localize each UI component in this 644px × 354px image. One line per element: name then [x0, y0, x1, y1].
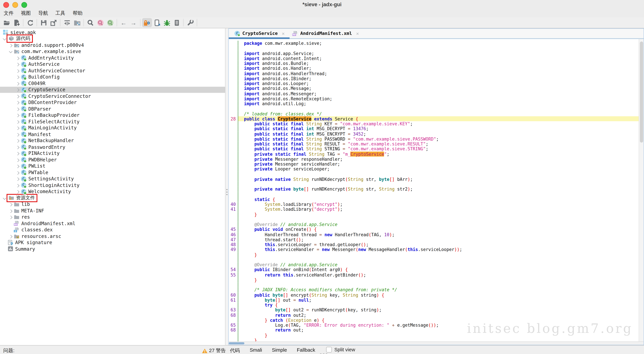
tree-item-APK signature[interactable]: APK signature [0, 239, 225, 246]
expand-horizontal-button[interactable] [62, 18, 72, 27]
chevron-right-icon[interactable] [15, 145, 20, 149]
open-file-button[interactable] [2, 18, 12, 27]
maximize-window-button[interactable] [21, 2, 27, 8]
tree-item-PasswordEntry[interactable]: CPasswordEntry [0, 144, 225, 150]
tree-item-CryptoServiceConnector[interactable]: CCryptoServiceConnector [0, 93, 225, 99]
deobfuscation-toggle-button[interactable] [142, 18, 152, 27]
class-search-button[interactable] [95, 18, 105, 27]
tree-item-com.mwr.example.sieve[interactable]: com.mwr.example.sieve [0, 48, 225, 55]
vertical-scrollbar-thumb[interactable] [640, 42, 643, 142]
chevron-right-icon[interactable] [15, 126, 20, 130]
tab-CryptoService[interactable]: CCryptoService× [231, 29, 289, 38]
rename-button[interactable] [152, 18, 162, 27]
reload-files-button[interactable] [25, 18, 35, 27]
chevron-right-icon[interactable] [15, 107, 20, 111]
chevron-right-icon[interactable] [15, 190, 20, 193]
tree-item-META-INF[interactable]: META-INF [0, 208, 225, 214]
view-tab-代码[interactable]: 代码 [230, 347, 240, 354]
tree-item-C0049R[interactable]: CC0049R [0, 80, 225, 87]
debugger-button[interactable] [162, 18, 172, 27]
tree-item-PWList[interactable]: CPWList [0, 163, 225, 169]
tab-close-icon[interactable]: × [282, 31, 284, 36]
view-tab-Simple[interactable]: Simple [272, 347, 287, 354]
tree-item-PINActivity[interactable]: CPINActivity [0, 150, 225, 157]
view-tab-Fallback[interactable]: Fallback [297, 347, 315, 354]
chevron-right-icon[interactable] [15, 101, 20, 104]
chevron-right-icon[interactable] [15, 139, 20, 142]
tree-item-BuildConfig[interactable]: CBuildConfig [0, 74, 225, 80]
chevron-right-icon[interactable] [8, 215, 14, 219]
chevron-right-icon[interactable] [15, 82, 20, 85]
tab-AndroidManifest.xml[interactable]: MFAndroidManifest.xml× [289, 29, 363, 38]
chevron-right-icon[interactable] [15, 171, 20, 174]
tree-item-源代码[interactable]: 源代码 [0, 36, 225, 42]
export-button[interactable] [48, 18, 58, 27]
chevron-right-icon[interactable] [8, 209, 14, 212]
chevron-right-icon[interactable] [15, 75, 20, 79]
tree-item-AndroidManifest.xml[interactable]: MFAndroidManifest.xml [0, 220, 225, 227]
save-all-button[interactable] [38, 18, 48, 27]
chevron-right-icon[interactable] [8, 235, 14, 238]
tree-item-AuthService[interactable]: CAuthService [0, 61, 225, 68]
chevron-right-icon[interactable] [8, 203, 14, 206]
tree-item-DBParser[interactable]: CDBParser [0, 106, 225, 112]
chevron-right-icon[interactable] [15, 69, 20, 72]
panel-splitter[interactable] [226, 28, 228, 345]
tree-item-AuthServiceConnector[interactable]: CAuthServiceConnector [0, 68, 225, 74]
tree-item-android.support.p000v4[interactable]: android.support.p000v4 [0, 42, 225, 48]
minimize-window-button[interactable] [12, 2, 18, 8]
tree-item-ShortLoginActivity[interactable]: CShortLoginActivity [0, 182, 225, 188]
tree-item-sieve.apk[interactable]: sieve.apk [0, 29, 225, 36]
chevron-right-icon[interactable] [15, 177, 20, 181]
chevron-right-icon[interactable] [15, 63, 20, 66]
tree-item-classes.dex[interactable]: Jclasses.dex [0, 227, 225, 233]
close-window-button[interactable] [3, 2, 9, 8]
menu-item-2[interactable]: 导航 [34, 10, 52, 17]
tree-item-Manifest[interactable]: CManifest [0, 131, 225, 137]
chevron-right-icon[interactable] [15, 152, 20, 155]
chevron-right-icon[interactable] [15, 164, 20, 168]
tree-item-FileBackupProvider[interactable]: CFileBackupProvider [0, 112, 225, 118]
tree-item-PWDBHelper[interactable]: CPWDBHelper [0, 157, 225, 163]
chevron-right-icon[interactable] [15, 133, 20, 136]
tree-item-FileSelectActivity[interactable]: CFileSelectActivity [0, 118, 225, 125]
tree-item-lib[interactable]: lib [0, 201, 225, 208]
horizontal-scrollbar-thumb[interactable] [229, 342, 244, 344]
split-view-checkbox[interactable] [326, 347, 332, 352]
flatten-packages-button[interactable] [72, 18, 82, 27]
chevron-right-icon[interactable] [15, 88, 20, 91]
chevron-right-icon[interactable] [15, 56, 20, 60]
horizontal-scrollbar[interactable] [229, 341, 644, 345]
tree-item-SettingsActivity[interactable]: CSettingsActivity [0, 176, 225, 182]
tree-item-Summary[interactable]: Summary [0, 246, 225, 252]
chevron-right-icon[interactable] [15, 114, 20, 117]
tree-item-MainLoginActivity[interactable]: CMainLoginActivity [0, 125, 225, 131]
tree-item-res[interactable]: res [0, 214, 225, 220]
tab-close-icon[interactable]: × [356, 31, 359, 36]
vertical-scrollbar[interactable] [639, 39, 644, 341]
tree-item-AddEntryActivity[interactable]: CAddEntryActivity [0, 55, 225, 61]
chevron-right-icon[interactable] [15, 158, 20, 161]
add-files-button[interactable] [12, 18, 22, 27]
tree-item-NetBackupHandler[interactable]: CNetBackupHandler [0, 137, 225, 144]
chevron-right-icon[interactable] [15, 120, 20, 123]
navigate-back-button[interactable]: ← [119, 18, 129, 27]
comment-search-button[interactable] [105, 18, 115, 27]
chevron-right-icon[interactable] [15, 95, 20, 98]
tree-item-resources.arsc[interactable]: resources.arsc [0, 233, 225, 239]
view-tab-Smali[interactable]: Smali [250, 347, 262, 354]
chevron-right-icon[interactable] [15, 184, 20, 187]
navigate-forward-button[interactable]: → [129, 18, 138, 27]
tree-item-资源文件[interactable]: 资源文件 [0, 195, 225, 201]
menu-item-0[interactable]: 文件 [0, 10, 17, 17]
preferences-button[interactable] [185, 18, 195, 27]
chevron-right-icon[interactable] [8, 44, 14, 47]
tree-item-CryptoService[interactable]: CCryptoService [0, 87, 225, 93]
warnings-badge[interactable]: 27 警告 [202, 347, 226, 354]
tree-item-DBContentProvider[interactable]: CDBContentProvider [0, 99, 225, 106]
menu-item-3[interactable]: 工具 [52, 10, 69, 17]
split-view-toggle[interactable]: Split view [326, 347, 355, 352]
chevron-down-icon[interactable] [8, 50, 14, 53]
menu-item-4[interactable]: 帮助 [69, 10, 86, 17]
log-viewer-button[interactable] [172, 18, 182, 27]
